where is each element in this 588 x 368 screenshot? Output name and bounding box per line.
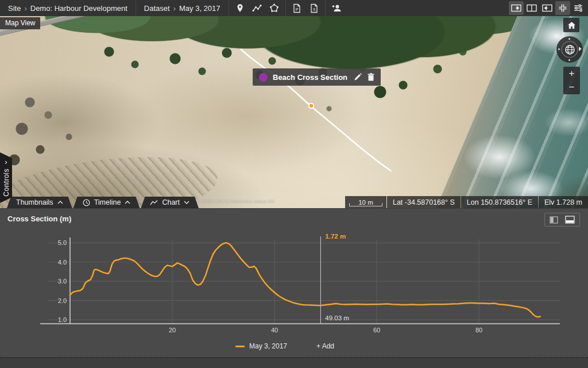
share-toolbar (326, 1, 347, 15)
sliders-icon (574, 4, 583, 12)
settings-button[interactable] (571, 1, 586, 15)
site-label: Site (8, 4, 21, 13)
collapsed-bottom-panel[interactable] (0, 357, 588, 368)
panel-tabs: Thumbnails Timeline Chart (7, 197, 199, 208)
add-polyline-button[interactable] (250, 1, 265, 15)
tab-thumbnails-label: Thumbnails (16, 198, 53, 206)
chevron-up-icon (57, 201, 63, 204)
zoom-in-button[interactable]: + (563, 67, 580, 80)
pane-arrow-left-icon (542, 4, 552, 12)
compass-dot-north (568, 38, 570, 40)
legend-series-label: May 3, 2017 (249, 342, 287, 350)
svg-text:20: 20 (169, 327, 176, 334)
app-root: Site › Demo: Harbour Development Dataset… (0, 0, 588, 368)
svg-text:60: 60 (373, 327, 380, 334)
annotation-toolbar (229, 1, 285, 15)
dataset-value: May 3, 2017 (179, 4, 220, 13)
home-view-button[interactable] (563, 18, 579, 32)
add-marker-button[interactable] (233, 1, 247, 15)
annotation-tooltip[interactable]: Beach Cross Section (253, 68, 381, 86)
controls-side-tab[interactable]: › Controls (0, 152, 12, 203)
annotation-name: Beach Cross Section (273, 73, 347, 82)
location-pin-icon (235, 3, 245, 13)
scale-label: 10 m (358, 199, 373, 206)
svg-text:80: 80 (475, 327, 482, 334)
chart-title: Cross Section (m) (7, 214, 71, 223)
svg-text:1.0: 1.0 (58, 316, 67, 323)
add-series-button[interactable]: + Add (316, 342, 334, 350)
svg-text:3.0: 3.0 (58, 278, 67, 285)
tab-timeline[interactable]: Timeline (74, 197, 140, 208)
invite-user-button[interactable] (329, 1, 344, 15)
tab-thumbnails[interactable]: Thumbnails (7, 197, 72, 208)
map-scale: 10 m (345, 196, 386, 208)
chart-layout-toggle (544, 213, 580, 227)
pane-split-button[interactable] (524, 1, 539, 15)
home-icon (567, 21, 576, 29)
svg-text:1.72 m: 1.72 m (325, 233, 346, 240)
annotation-color-dot (259, 73, 268, 82)
tab-chart[interactable]: Chart (141, 197, 199, 208)
legend-item[interactable]: May 3, 2017 (235, 342, 287, 350)
collapse-panels-button[interactable] (555, 1, 570, 15)
site-value: Demo: Harbour Development (30, 4, 127, 13)
export-toolbar: P X (286, 1, 325, 15)
pane-arrow-right-icon (511, 4, 521, 12)
export-xls-button[interactable]: X (307, 1, 322, 15)
compass-dot-south (568, 59, 570, 61)
clock-icon (83, 199, 90, 206)
zoom-control: + − (563, 67, 580, 94)
coordinate-bar: 10 m Lat -34.5870168° S Lon 150.8736516°… (345, 196, 588, 208)
cross-section-chart[interactable]: 1.02.03.04.05.0204060801.72 m49.03 m (0, 228, 588, 343)
add-polygon-button[interactable] (267, 1, 282, 15)
svg-text:2.0: 2.0 (58, 297, 67, 304)
xls-file-icon: X (310, 3, 319, 13)
dataset-label: Dataset (144, 4, 170, 13)
chevron-right-icon: › (173, 4, 176, 13)
compass-arrow-east (579, 47, 582, 51)
chevron-right-icon: › (24, 4, 26, 13)
svg-text:5.0: 5.0 (58, 239, 67, 246)
breadcrumb-dataset[interactable]: Dataset › May 3, 2017 (136, 0, 229, 16)
compass-orbit-control[interactable] (556, 36, 583, 63)
polygon-icon (269, 3, 279, 13)
chevron-expand-icon: › (5, 159, 7, 165)
globe-icon (564, 44, 575, 55)
chevron-down-icon (184, 201, 189, 204)
map-viewport[interactable]: Beach Cross Section Map View › Controls … (0, 16, 588, 208)
controls-tab-label: Controls (2, 168, 10, 197)
top-bar: Site › Demo: Harbour Development Dataset… (0, 0, 588, 16)
annotation-actions (354, 73, 374, 81)
latitude-readout: Lat -34.5870168° S (387, 196, 461, 208)
chart-bottom-layout-button[interactable] (565, 216, 575, 224)
svg-text:4.0: 4.0 (58, 259, 67, 266)
cross-section-line[interactable] (0, 16, 588, 208)
split-view-icon (527, 4, 537, 12)
layout-toolbar (509, 1, 588, 15)
edit-pencil-icon[interactable] (354, 73, 362, 81)
svg-text:X: X (312, 7, 315, 11)
chart-line-icon (150, 200, 158, 206)
cross-section-path (241, 49, 391, 171)
delete-trash-icon[interactable] (368, 73, 374, 81)
pane-expand-left-button[interactable] (540, 1, 555, 15)
pdf-file-icon: P (292, 3, 301, 13)
compass-dot-west (558, 48, 560, 50)
chart-side-layout-button[interactable] (550, 216, 558, 224)
zoom-out-button[interactable]: − (563, 80, 580, 94)
tab-chart-label: Chart (162, 198, 180, 206)
polyline-icon (252, 3, 262, 13)
export-pdf-button[interactable]: P (289, 1, 304, 15)
add-person-icon (331, 3, 342, 13)
chevron-up-icon (125, 201, 130, 204)
svg-text:P: P (295, 7, 298, 11)
collapse-arrows-icon (558, 3, 567, 13)
bottom-layout-icon (565, 216, 575, 224)
elevation-readout: Elv 1.728 m (539, 196, 588, 208)
breadcrumb-site[interactable]: Site › Demo: Harbour Development (0, 0, 136, 16)
longitude-readout: Lon 150.8736516° E (461, 196, 538, 208)
cursor-position-marker[interactable] (309, 103, 314, 108)
svg-text:49.03 m: 49.03 m (325, 315, 349, 321)
pane-expand-right-button[interactable] (509, 1, 524, 15)
side-layout-icon (550, 216, 558, 224)
